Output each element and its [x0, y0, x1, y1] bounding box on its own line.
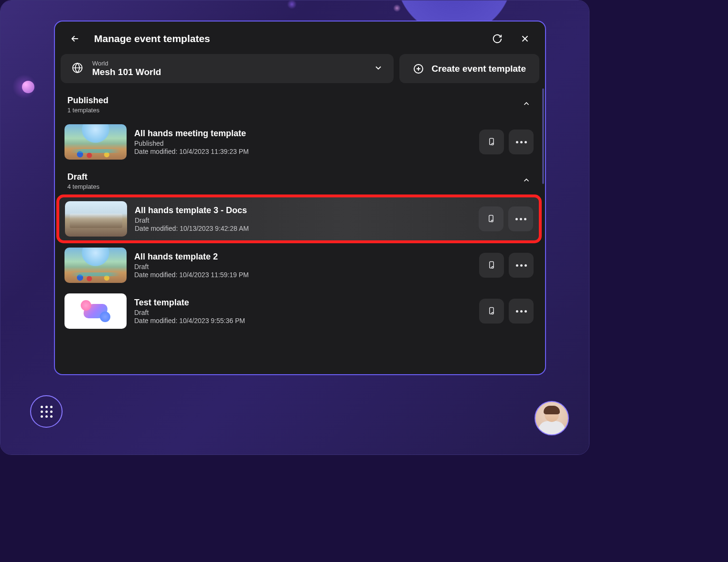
- template-date: Date modified: 10/4/2023 11:59:19 PM: [134, 271, 471, 279]
- template-status: Draft: [135, 216, 471, 224]
- create-button-label: Create event template: [432, 64, 526, 74]
- world-label: World: [92, 60, 365, 67]
- avatar-button[interactable]: [535, 401, 569, 435]
- decorative-planet: [22, 81, 34, 93]
- more-actions-button[interactable]: [509, 130, 534, 154]
- template-row[interactable]: Test templateDraftDate modified: 10/4/20…: [58, 289, 540, 334]
- section-title: Draft: [67, 172, 522, 182]
- template-date: Date modified: 10/4/2023 9:55:36 PM: [134, 317, 471, 324]
- row-actions: [479, 253, 534, 278]
- avatar-hair: [544, 406, 560, 414]
- row-actions: [479, 206, 533, 231]
- template-row[interactable]: All hands template 3 - DocsDraftDate mod…: [58, 196, 540, 242]
- globe-icon: [71, 62, 84, 76]
- template-manager-window: Manage event templates World Mesh 101 Wo…: [54, 21, 546, 375]
- create-template-button[interactable]: Create event template: [399, 54, 539, 83]
- more-icon: [516, 264, 527, 267]
- template-thumbnail: [65, 201, 127, 237]
- template-title: Test template: [134, 298, 471, 308]
- template-info: All hands template 3 - DocsDraftDate mod…: [135, 205, 471, 232]
- grid-icon: [41, 406, 53, 418]
- template-status: Published: [134, 140, 471, 147]
- template-status: Draft: [134, 309, 471, 316]
- template-info: All hands meeting templatePublishedDate …: [134, 129, 471, 155]
- template-thumbnail: [64, 293, 127, 329]
- world-selector[interactable]: World Mesh 101 World: [61, 54, 394, 83]
- device-action-button[interactable]: [479, 130, 504, 154]
- row-actions: [479, 299, 534, 324]
- chevron-up-icon: [522, 176, 531, 186]
- more-actions-button[interactable]: [509, 253, 534, 278]
- template-status: Draft: [134, 263, 471, 270]
- template-thumbnail: [64, 124, 127, 160]
- more-icon: [516, 141, 527, 143]
- back-button[interactable]: [66, 30, 84, 47]
- template-row[interactable]: All hands meeting templatePublishedDate …: [58, 119, 540, 164]
- more-actions-button[interactable]: [509, 299, 534, 324]
- template-date: Date modified: 10/4/2023 11:39:23 PM: [134, 148, 471, 155]
- section-header[interactable]: Published1 templates: [55, 89, 543, 119]
- chevron-down-icon: [374, 63, 383, 75]
- refresh-button[interactable]: [489, 30, 506, 47]
- apps-menu-button[interactable]: [30, 395, 63, 428]
- close-icon: [520, 33, 530, 44]
- section-header[interactable]: Draft4 templates: [55, 165, 543, 195]
- template-thumbnail: [64, 248, 127, 283]
- section-subtitle: 1 templates: [67, 107, 522, 114]
- scrollbar[interactable]: [542, 88, 544, 184]
- plus-circle-icon: [413, 63, 424, 75]
- device-action-button[interactable]: [479, 299, 504, 324]
- device-action-button[interactable]: [479, 206, 503, 231]
- section-title: Published: [67, 96, 522, 106]
- template-title: All hands meeting template: [134, 129, 471, 139]
- template-info: Test templateDraftDate modified: 10/4/20…: [134, 298, 471, 324]
- more-actions-button[interactable]: [508, 206, 533, 231]
- template-row[interactable]: All hands template 2DraftDate modified: …: [58, 243, 540, 288]
- template-date: Date modified: 10/13/2023 9:42:28 AM: [135, 225, 471, 232]
- template-info: All hands template 2DraftDate modified: …: [134, 252, 471, 279]
- section-subtitle: 4 templates: [67, 183, 522, 190]
- refresh-icon: [492, 33, 503, 44]
- arrow-left-icon: [70, 33, 80, 44]
- device-action-button[interactable]: [479, 253, 504, 278]
- close-button[interactable]: [516, 30, 534, 47]
- template-title: All hands template 3 - Docs: [135, 205, 471, 216]
- row-actions: [479, 130, 534, 154]
- more-icon: [516, 310, 527, 313]
- more-icon: [515, 218, 526, 220]
- template-list: Published1 templatesAll hands meeting te…: [55, 89, 545, 374]
- chevron-up-icon: [522, 99, 531, 110]
- template-title: All hands template 2: [134, 252, 471, 262]
- world-value: Mesh 101 World: [92, 67, 365, 77]
- toolbar: World Mesh 101 World Create event templa…: [55, 54, 545, 89]
- page-title: Manage event templates: [94, 33, 478, 44]
- window-header: Manage event templates: [55, 22, 545, 54]
